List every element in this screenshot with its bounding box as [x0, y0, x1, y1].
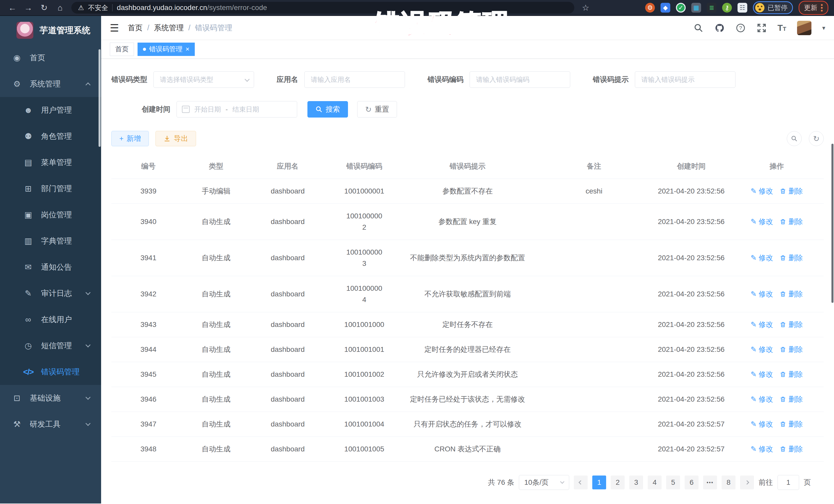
page-button-6[interactable]: 6 — [685, 476, 699, 489]
page-button-1[interactable]: 1 — [592, 476, 606, 489]
error-code-field[interactable] — [469, 71, 570, 88]
delete-link[interactable]: 删除 — [780, 443, 803, 455]
fullscreen-icon[interactable] — [756, 23, 767, 33]
error-code-input[interactable] — [469, 71, 570, 88]
edit-link[interactable]: ✎修改 — [751, 344, 773, 355]
sidebar-item-sms[interactable]: ◷ 短信管理 — [0, 333, 101, 359]
sidebar-item-notice[interactable]: ✉ 通知公告 — [0, 254, 101, 280]
col-header-memo[interactable]: 备注 — [535, 154, 653, 179]
edit-link[interactable]: ✎修改 — [751, 394, 773, 405]
sidebar-item-system[interactable]: ⚙ 系统管理 — [0, 71, 101, 97]
extension-icon-blue[interactable]: ◆ — [660, 3, 670, 13]
page-button-5[interactable]: 5 — [666, 476, 680, 489]
col-header-code[interactable]: 错误码编码 — [329, 154, 400, 179]
page-button-8[interactable]: 8 — [722, 476, 736, 489]
font-size-icon[interactable]: TT — [777, 23, 786, 33]
show-search-button[interactable] — [787, 131, 802, 146]
edit-link[interactable]: ✎修改 — [751, 443, 773, 455]
sidebar-item-online-users[interactable]: ∞ 在线用户 — [0, 306, 101, 333]
sidebar-item-dict[interactable]: ▥ 字典管理 — [0, 228, 101, 254]
sidebar-item-dev-tools[interactable]: ⚒ 研发工具 — [0, 411, 101, 437]
more-pages-button[interactable]: ••• — [703, 476, 717, 489]
breadcrumb-home[interactable]: 首页 — [128, 23, 143, 33]
error-msg-input[interactable] — [635, 71, 736, 88]
col-header-type[interactable]: 类型 — [185, 154, 247, 179]
date-range-picker[interactable]: 开始日期 - 结束日期 — [177, 101, 297, 117]
delete-link[interactable]: 删除 — [780, 216, 803, 227]
search-button[interactable]: 搜索 — [307, 101, 348, 117]
edit-link[interactable]: ✎修改 — [751, 185, 773, 197]
delete-link[interactable]: 删除 — [780, 344, 803, 355]
col-header-app[interactable]: 应用名 — [247, 154, 328, 179]
delete-link[interactable]: 删除 — [780, 369, 803, 380]
sidebar-item-menus[interactable]: ▤ 菜单管理 — [0, 149, 101, 176]
col-header-msg[interactable]: 错误码提示 — [400, 154, 535, 179]
menu-dots-icon[interactable] — [821, 3, 823, 13]
next-page-button[interactable] — [740, 476, 754, 489]
sidebar-item-infrastructure[interactable]: ⊡ 基础设施 — [0, 385, 101, 411]
extension-icon-grid[interactable]: ▦ — [691, 3, 701, 13]
error-msg-field[interactable] — [635, 71, 736, 88]
page-button-2[interactable]: 2 — [611, 476, 624, 489]
breadcrumb-system[interactable]: 系统管理 — [154, 23, 184, 33]
delete-link[interactable]: 删除 — [780, 394, 803, 405]
caret-down-icon[interactable]: ▾ — [822, 24, 825, 31]
col-header-ops[interactable]: 操作 — [730, 154, 824, 179]
app-name-input[interactable] — [304, 71, 405, 88]
sidebar-item-departments[interactable]: ⊞ 部门管理 — [0, 176, 101, 202]
edit-link[interactable]: ✎修改 — [751, 319, 773, 330]
page-button-3[interactable]: 3 — [629, 476, 643, 489]
search-icon[interactable] — [694, 23, 704, 33]
sidebar-item-audit-log[interactable]: ✎ 审计日志 — [0, 280, 101, 306]
app-logo[interactable]: 芋道管理系统 — [0, 16, 101, 45]
prev-page-button[interactable] — [574, 476, 588, 489]
sidebar-item-users[interactable]: ☻ 用户管理 — [0, 97, 101, 123]
close-icon[interactable]: × — [185, 45, 190, 53]
sidebar-item-error-code[interactable]: </> 错误码管理 — [0, 359, 101, 385]
delete-link[interactable]: 删除 — [780, 185, 803, 197]
bookmark-star-icon[interactable]: ☆ — [579, 3, 592, 13]
delete-link[interactable]: 删除 — [780, 319, 803, 330]
back-icon[interactable]: ← — [6, 3, 19, 13]
reset-button[interactable]: ↻ 重置 — [357, 101, 397, 117]
sidebar-item-home[interactable]: ◉ 首页 — [0, 45, 101, 71]
edit-link[interactable]: ✎修改 — [751, 216, 773, 227]
sidebar-collapse-icon[interactable]: ☰ — [110, 22, 119, 34]
update-button[interactable]: 更新 — [798, 1, 828, 15]
reload-icon[interactable]: ↻ — [38, 3, 51, 13]
edit-link[interactable]: ✎修改 — [751, 288, 773, 300]
extension-icon-puzzle[interactable]: ☷ — [738, 3, 747, 13]
github-icon[interactable] — [715, 23, 725, 33]
extension-icon-key[interactable]: ⚷ — [722, 3, 732, 13]
page-size-select[interactable]: 10条/页 — [519, 475, 569, 490]
forward-icon[interactable]: → — [22, 3, 35, 13]
tab-home[interactable]: 首页 — [110, 43, 134, 56]
page-button-4[interactable]: 4 — [648, 476, 662, 489]
window-scrollbar[interactable] — [831, 144, 833, 303]
home-icon[interactable]: ⌂ — [53, 3, 67, 13]
col-header-id[interactable]: 编号 — [111, 154, 185, 179]
extension-icon-green[interactable]: ✓ — [676, 3, 686, 13]
delete-link[interactable]: 删除 — [780, 419, 803, 430]
sidebar-item-posts[interactable]: ▣ 岗位管理 — [0, 202, 101, 228]
profile-paused-badge[interactable]: 已暂停 — [753, 1, 793, 14]
error-type-select-input[interactable] — [153, 71, 254, 88]
delete-link[interactable]: 删除 — [780, 252, 803, 264]
goto-page-input[interactable] — [777, 475, 799, 490]
col-header-time[interactable]: 创建时间 — [653, 154, 730, 179]
extension-icon-orange[interactable]: ⚙ — [645, 3, 655, 13]
delete-link[interactable]: 删除 — [780, 288, 803, 300]
avatar[interactable] — [797, 21, 811, 35]
sidebar-item-roles[interactable]: ⚉ 角色管理 — [0, 123, 101, 149]
edit-link[interactable]: ✎修改 — [751, 369, 773, 380]
export-button[interactable]: 导出 — [155, 131, 196, 146]
extension-icon-list[interactable]: ≣ — [707, 3, 717, 13]
app-name-field[interactable] — [304, 71, 405, 88]
help-icon[interactable]: ? — [736, 23, 746, 33]
add-button[interactable]: + 新增 — [111, 131, 149, 146]
tab-error-code[interactable]: 错误码管理 × — [137, 43, 195, 56]
sidebar-scrollbar[interactable] — [98, 49, 101, 147]
error-type-select[interactable] — [153, 71, 254, 88]
refresh-button[interactable]: ↻ — [809, 131, 824, 146]
edit-link[interactable]: ✎修改 — [751, 252, 773, 264]
